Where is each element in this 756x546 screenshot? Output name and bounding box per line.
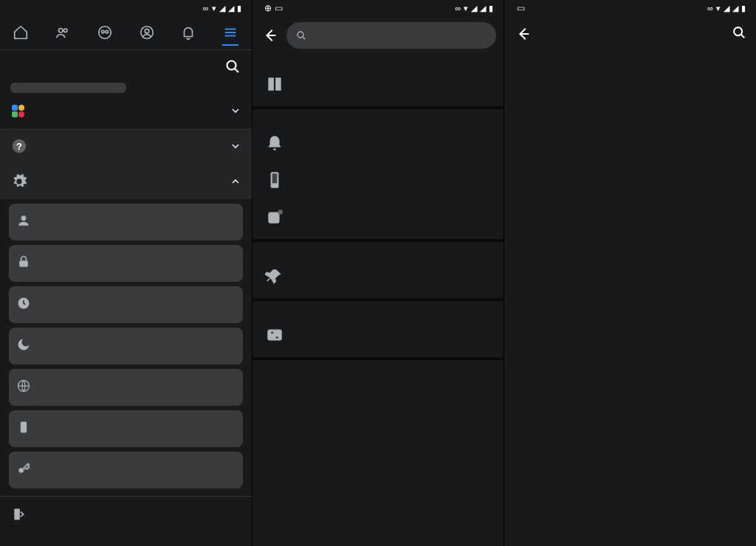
lock-icon <box>16 255 31 272</box>
svg-point-24 <box>275 336 278 339</box>
svg-point-23 <box>271 331 273 334</box>
svg-point-4 <box>106 30 109 33</box>
svg-rect-22 <box>267 329 282 340</box>
bell-icon <box>263 131 286 155</box>
item-settings[interactable] <box>9 204 243 241</box>
panel-settings-search: ⊕ ▭ ∞▾◢◢▮ <box>252 0 505 546</box>
back-icon[interactable] <box>260 25 281 46</box>
placeholder-pill <box>10 83 126 93</box>
globe-icon <box>16 379 31 396</box>
item-your-time[interactable] <box>9 286 243 323</box>
app-dot-icon <box>263 205 286 229</box>
see-more-row[interactable] <box>0 93 252 128</box>
svg-point-0 <box>59 28 63 32</box>
status-icons: ∞▾◢◢▮ <box>707 4 749 13</box>
pin-icon <box>263 264 286 288</box>
moon-icon <box>16 337 31 355</box>
status-icons: ∞▾◢◢▮ <box>456 4 497 13</box>
help-support-row[interactable]: ? <box>0 128 252 164</box>
svg-point-15 <box>18 468 24 473</box>
svg-point-17 <box>298 32 303 38</box>
tab-bar <box>0 15 252 50</box>
svg-point-2 <box>99 26 111 38</box>
item-data-saver[interactable] <box>9 410 243 447</box>
status-time: ⊕ ▭ <box>260 3 283 13</box>
book-icon <box>263 72 286 96</box>
story-section-desc <box>252 56 504 65</box>
hamburger-icon[interactable] <box>222 30 238 46</box>
panel-notification-settings: ▭ ∞▾◢◢▮ <box>504 0 756 546</box>
key-icon <box>16 461 31 479</box>
search-icon <box>295 30 307 41</box>
status-bar: ∞▾◢◢▮ <box>0 0 252 15</box>
section-title <box>252 366 504 370</box>
status-bar: ⊕ ▭ ∞▾◢◢▮ <box>252 0 504 15</box>
help-icon: ? <box>10 137 28 155</box>
svg-point-21 <box>278 210 283 215</box>
item-language[interactable] <box>9 369 243 406</box>
settings-header <box>252 15 504 56</box>
status-icons: ∞▾◢◢▮ <box>203 4 244 13</box>
gear-icon <box>10 173 28 190</box>
clock-icon <box>16 296 31 314</box>
item-text-messaging[interactable] <box>252 161 504 198</box>
item-code-generator[interactable] <box>9 452 243 488</box>
tiles-icon <box>10 102 28 120</box>
svg-point-6 <box>145 29 149 33</box>
notif-header <box>504 15 756 53</box>
status-bar: ▭ ∞▾◢◢▮ <box>504 0 756 15</box>
item-privacy-shortcuts[interactable] <box>9 245 243 282</box>
svg-rect-16 <box>14 509 19 520</box>
item-newsfeed-prefs[interactable] <box>252 316 504 353</box>
chevron-down-icon <box>230 140 241 152</box>
user-gear-icon <box>16 213 31 231</box>
item-shortcut-bar[interactable] <box>252 257 504 294</box>
svg-rect-20 <box>268 212 279 224</box>
item-story-settings[interactable] <box>252 65 504 102</box>
notification-list <box>504 53 756 546</box>
svg-text:?: ? <box>16 141 22 152</box>
sliders-icon <box>263 323 286 347</box>
status-time: ▭ <box>512 3 525 13</box>
chevron-down-icon <box>230 105 241 117</box>
chevron-up-icon <box>230 176 241 187</box>
notifications-icon[interactable] <box>180 24 196 41</box>
phone-icon <box>263 168 286 192</box>
settings-privacy-row[interactable] <box>0 164 252 199</box>
svg-point-10 <box>21 215 27 221</box>
menu-header <box>0 50 252 83</box>
svg-point-7 <box>227 61 236 70</box>
svg-rect-19 <box>272 173 277 183</box>
item-notification-dots[interactable] <box>252 198 504 235</box>
groups-icon[interactable] <box>97 24 113 41</box>
svg-rect-14 <box>21 422 27 433</box>
svg-point-3 <box>101 30 104 33</box>
home-icon[interactable] <box>13 24 29 41</box>
profile-icon[interactable] <box>139 24 155 41</box>
settings-items <box>0 199 252 496</box>
item-notification-settings[interactable] <box>252 124 504 161</box>
svg-rect-11 <box>19 260 28 266</box>
back-icon[interactable] <box>513 24 534 44</box>
search-icon[interactable] <box>731 24 747 44</box>
friends-icon[interactable] <box>55 24 71 41</box>
item-dark-mode[interactable] <box>9 328 243 364</box>
logout-icon <box>12 507 27 525</box>
search-input[interactable] <box>286 22 497 49</box>
logout-row[interactable] <box>0 496 252 535</box>
search-icon[interactable] <box>224 58 241 75</box>
panel-menu: ∞▾◢◢▮ ? <box>0 0 252 546</box>
svg-point-1 <box>64 28 68 32</box>
svg-point-25 <box>734 27 742 35</box>
phone-icon <box>16 420 31 438</box>
